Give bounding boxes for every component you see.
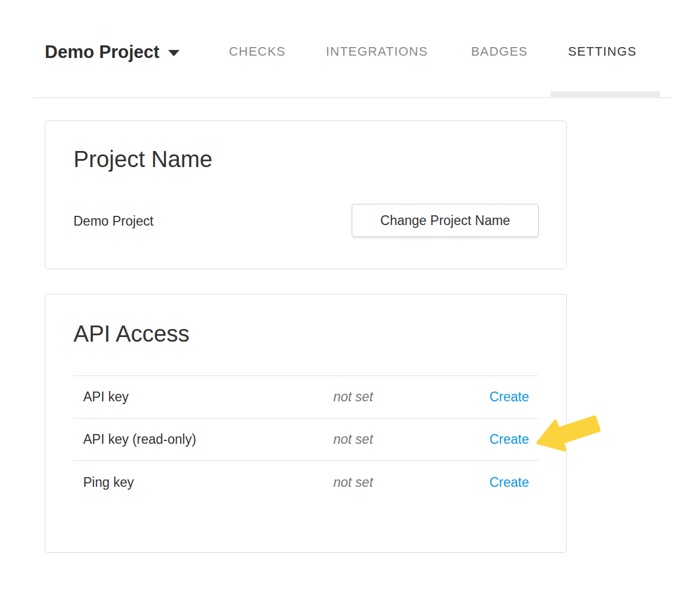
- project-name-card: Project Name Demo Project Change Project…: [45, 121, 567, 269]
- table-row-api-key: API key not set Create: [73, 376, 538, 419]
- page-title: Demo Project: [45, 43, 160, 61]
- project-name-card-title: Project Name: [73, 146, 212, 172]
- api-access-card-title: API Access: [73, 321, 189, 346]
- change-project-name-button[interactable]: Change Project Name: [352, 204, 539, 237]
- api-key-value: not set: [333, 389, 489, 405]
- create-ping-key-link[interactable]: Create: [489, 475, 538, 490]
- project-selector[interactable]: Demo Project: [45, 43, 180, 61]
- create-api-key-read-only-link[interactable]: Create: [489, 432, 538, 447]
- api-keys-table: API key not set Create API key (read-onl…: [73, 375, 538, 504]
- caret-down-icon: [168, 50, 180, 56]
- ping-key-value: not set: [333, 475, 489, 490]
- nav-tab-badges[interactable]: BADGES: [471, 45, 528, 58]
- api-access-card: API Access API key not set Create API ke…: [45, 294, 567, 553]
- table-row-ping-key: Ping key not set Create: [73, 461, 538, 504]
- header-divider: [33, 97, 672, 98]
- api-key-label: API key: [73, 389, 333, 405]
- nav-tab-settings[interactable]: SETTINGS: [568, 45, 637, 58]
- api-key-read-only-label: API key (read-only): [73, 432, 333, 447]
- current-project-name: Demo Project: [73, 213, 153, 229]
- api-key-read-only-value: not set: [333, 432, 489, 447]
- nav-tab-integrations[interactable]: INTEGRATIONS: [326, 45, 428, 58]
- create-api-key-link[interactable]: Create: [489, 389, 538, 405]
- nav-tab-checks[interactable]: CHECKS: [229, 45, 286, 58]
- table-row-api-key-read-only: API key (read-only) not set Create: [73, 419, 538, 461]
- ping-key-label: Ping key: [73, 475, 333, 490]
